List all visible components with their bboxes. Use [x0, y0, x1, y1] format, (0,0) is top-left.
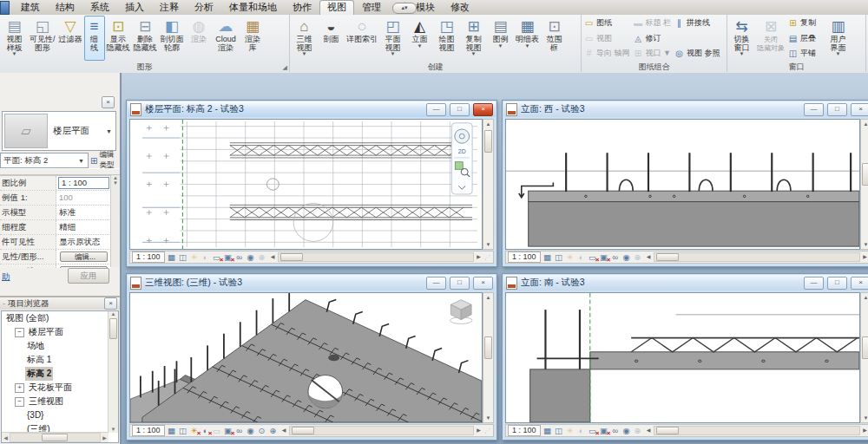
view-control-reveal-hidden[interactable]: ◉ — [246, 426, 256, 436]
project-browser-close-button[interactable]: × — [104, 297, 117, 310]
window-titlebar[interactable]: 三维视图: (三维) - 试验3 — □ × — [128, 275, 496, 291]
view-control-constraints[interactable]: ⊕ — [268, 426, 279, 436]
vertical-scrollbar[interactable]: ▲ ▼ — [860, 119, 868, 250]
view-control-crop-region[interactable]: ▣ — [599, 426, 609, 436]
ribbon-button-view-reference[interactable]: ◎视图 参照 — [674, 47, 720, 60]
view-control-crop-view[interactable]: ▭ — [212, 252, 222, 263]
resize-grip-icon[interactable]: ⋰ — [484, 254, 491, 261]
view-control-crop-view[interactable]: ▭ — [588, 252, 598, 263]
ribbon-button-render-gallery[interactable]: ▦渲染库 — [240, 16, 266, 61]
ribbon-button-view-template[interactable]: ▤视图样板▼ — [1, 16, 28, 61]
view-control-detail-level[interactable]: ▦ — [167, 426, 177, 436]
window-titlebar[interactable]: 立面: 西 - 试验3 — □ × — [503, 101, 868, 117]
collapse-icon[interactable]: − — [15, 397, 24, 407]
ribbon-button-remove-hidden-lines[interactable]: ⊟删除隐藏线 — [132, 16, 159, 61]
ribbon-button-drafting-view[interactable]: ◳绘图视图 — [433, 16, 460, 61]
menu-tab-1[interactable]: 结构 — [48, 1, 82, 15]
window-south-elevation[interactable]: 立面: 南 - 试验3 — □ × ▲ — [502, 273, 868, 441]
south-elevation-canvas[interactable] — [505, 292, 860, 423]
ribbon-button-filter[interactable]: ▽过滤器 — [57, 16, 84, 61]
view-control-detail-level[interactable]: ▦ — [542, 426, 553, 436]
menu-tab-2[interactable]: 系统 — [82, 1, 117, 15]
ribbon-minimize-button[interactable]: ▴▾ — [392, 3, 417, 14]
menu-tab-4[interactable]: 注释 — [152, 1, 187, 15]
ribbon-button-cascade[interactable]: ▤层叠 — [788, 32, 823, 45]
ribbon-button-revision[interactable]: ◬修订 — [634, 32, 672, 45]
window-titlebar[interactable]: 楼层平面: 标高 2 - 试验3 — □ × — [128, 101, 496, 117]
view-control-visual-style[interactable]: ◫ — [178, 252, 188, 263]
menu-tab-7[interactable]: 协作 — [285, 1, 319, 15]
ribbon-button-callout[interactable]: ◌详图索引 — [345, 16, 379, 61]
maximize-button[interactable]: □ — [450, 103, 470, 116]
view-control-crop-region[interactable]: ▣ — [223, 252, 233, 263]
ribbon-button-schedule[interactable]: ▦明细表▼ — [514, 16, 541, 61]
window-3d-view[interactable]: 三维视图: (三维) - 试验3 — □ × — [126, 273, 497, 441]
ribbon-button-cut-profile[interactable]: ◧剖切面轮廓 — [159, 16, 186, 61]
west-elevation-canvas[interactable] — [505, 119, 860, 250]
view-control-shadows[interactable]: ◐ — [201, 426, 211, 436]
menu-tab-8[interactable]: 视图 — [319, 0, 354, 15]
ribbon-button-cloud-render[interactable]: ☁Cloud渲染 — [213, 16, 240, 61]
menu-tab-9[interactable]: 管理 — [354, 1, 389, 15]
browser-item-0[interactable]: 视图 (全部) — [2, 311, 118, 325]
maximize-button[interactable]: □ — [450, 277, 470, 290]
ribbon-button-copy[interactable]: ⊞复制 — [788, 16, 823, 29]
view-control-reveal-hidden[interactable]: ◉ — [621, 252, 632, 263]
apply-button[interactable]: 应用 — [68, 268, 109, 284]
browser-item-6[interactable]: −三维视图 — [2, 395, 118, 408]
view-control-visual-style[interactable]: ◫ — [554, 252, 564, 263]
collapse-icon[interactable]: − — [15, 328, 24, 337]
horizontal-scrollbar[interactable]: ◀ ▶ — [280, 426, 483, 435]
ribbon-button-show-hidden-lines[interactable]: ⊡显示隐藏线 — [105, 16, 132, 61]
view-control-visual-style[interactable]: ◫ — [178, 426, 188, 436]
window-titlebar[interactable]: 立面: 南 - 试验3 — □ × — [503, 275, 868, 291]
horizontal-scrollbar[interactable]: ◀ ▶ — [269, 252, 483, 262]
ribbon-button-duplicate-view[interactable]: ⊞复制视图▼ — [460, 16, 487, 61]
close-button[interactable]: × — [473, 103, 493, 116]
browser-item-1[interactable]: −楼层平面 — [2, 325, 118, 339]
project-browser-vscrollbar[interactable]: ▲▼ — [108, 311, 118, 433]
ribbon-button-user-interface[interactable]: ▥用户界面▼ — [825, 16, 852, 61]
minimize-button[interactable]: — — [804, 103, 824, 116]
ribbon-button-plan-view[interactable]: ◰平面视图▼ — [379, 16, 406, 61]
window-west-elevation[interactable]: 立面: 西 - 试验3 — □ × — [502, 100, 868, 267]
view-control-detail-level[interactable]: ▦ — [167, 252, 177, 263]
view-control-sun-path[interactable]: ☀ — [189, 426, 200, 436]
minimize-button[interactable]: — — [804, 277, 824, 290]
ribbon-button-thin-lines[interactable]: ≡细线 — [84, 16, 105, 61]
resize-grip-icon[interactable]: ⋰ — [484, 428, 491, 434]
minimize-button[interactable]: — — [426, 103, 446, 116]
view-control-temporary-hide[interactable]: ∞ — [610, 252, 621, 263]
view-control-temporary-hide[interactable]: ∞ — [610, 426, 621, 436]
scale-control[interactable]: 1 : 100 — [132, 425, 165, 436]
vertical-scrollbar[interactable]: ▲ ▼ — [483, 292, 494, 423]
window-floor-plan[interactable]: 楼层平面: 标高 2 - 试验3 — □ × 2D — [126, 100, 497, 267]
close-button[interactable]: × — [473, 277, 493, 290]
ribbon-button-matchline[interactable]: ∥拼接线 — [674, 16, 720, 29]
scale-control[interactable]: 1 : 100 — [132, 251, 165, 263]
ribbon-button-section[interactable]: ◒剖面 — [318, 16, 345, 61]
browser-item-4[interactable]: 标高 2 — [2, 367, 118, 381]
type-selector[interactable]: ▱ 楼层平面 ▼ — [2, 111, 116, 151]
view-control-crop-view[interactable]: ▭ — [588, 426, 598, 436]
plan-canvas[interactable]: 2D — [129, 119, 483, 250]
close-button[interactable]: × — [851, 103, 868, 116]
view-control-reveal-hidden[interactable]: ◉ — [621, 426, 632, 436]
view-control-unlocked[interactable]: ⊙ — [257, 426, 267, 436]
properties-splitter[interactable] — [0, 168, 120, 175]
browser-item-2[interactable]: 场地 — [2, 339, 118, 353]
properties-scrollbar[interactable]: ▲▼ — [110, 175, 120, 267]
properties-help-link[interactable]: 助 — [2, 271, 10, 283]
dialog-launcher-icon[interactable]: ◢ — [283, 64, 287, 71]
ribbon-button-legend[interactable]: ▤图例▼ — [487, 16, 514, 61]
instance-selector-combo[interactable]: 平面: 标高 2 ▼ — [0, 153, 89, 168]
maximize-button[interactable]: □ — [827, 103, 847, 116]
ribbon-button-visibility-graphics[interactable]: ◱可见性/图形 — [28, 16, 57, 61]
ribbon-button-tile[interactable]: ◫平铺 — [788, 47, 823, 60]
ribbon-button-three-d-view[interactable]: ⌂三维视图▼ — [291, 16, 318, 61]
project-browser-hscrollbar[interactable]: ◀ ▶ — [2, 432, 108, 442]
view-control-temporary-hide[interactable]: ∞ — [234, 252, 245, 263]
scale-control[interactable]: 1 : 100 — [508, 425, 541, 436]
ribbon-button-switch-windows[interactable]: ⇆切换窗口▼ — [728, 16, 755, 61]
view-control-reveal-hidden[interactable]: ◉ — [246, 252, 256, 263]
